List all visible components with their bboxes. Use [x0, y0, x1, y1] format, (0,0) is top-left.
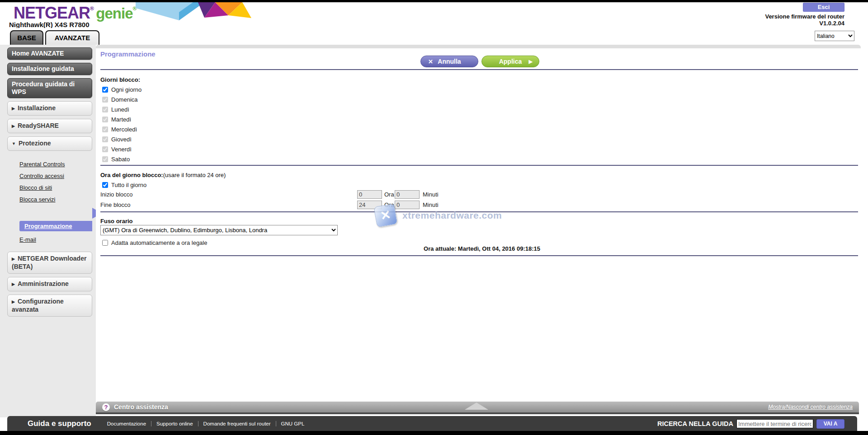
- day-label: Lunedì: [111, 106, 129, 113]
- day-option: Mercoledì: [102, 125, 137, 134]
- day-checkbox-ogni-giorno[interactable]: [102, 87, 108, 93]
- section-divider: [100, 255, 858, 256]
- sidebar-item-readyshare[interactable]: ▶ReadySHARE: [7, 119, 92, 133]
- help-search: RICERCA NELLA GUIDA VAI A: [657, 419, 844, 429]
- cancel-button-label: Annulla: [438, 58, 461, 65]
- day-checkbox-martedi[interactable]: [102, 117, 108, 122]
- day-checkbox-mercoledi[interactable]: [102, 126, 108, 132]
- minute-unit-label: Minuti: [423, 191, 439, 198]
- chevron-down-icon: ▼: [12, 141, 16, 146]
- sidebar-item-label: Configurazione avanzata: [12, 298, 64, 313]
- hour-unit-label: Ora: [384, 191, 394, 198]
- sidebar-item-configurazione-avanzata[interactable]: ▶Configurazione avanzata: [7, 295, 92, 317]
- section-divider: [100, 69, 858, 70]
- firmware-version: Versione firmware del router V1.0.2.04: [765, 13, 844, 27]
- search-label: RICERCA NELLA GUIDA: [657, 420, 733, 427]
- chevron-right-icon: ▶: [12, 282, 15, 286]
- section-divider: [100, 211, 858, 212]
- tab-base[interactable]: BASE: [10, 30, 43, 45]
- apply-arrow-icon: ▶: [529, 56, 533, 67]
- sidebar-item-procedura-wps[interactable]: Procedura guidata di WPS: [7, 78, 92, 98]
- day-checkbox-sabato[interactable]: [102, 156, 108, 162]
- sidebar-item-label: Installazione: [18, 104, 56, 112]
- start-block-row: Inizio blocco Ora Minuti: [96, 190, 868, 199]
- language-select[interactable]: Italiano: [815, 31, 854, 41]
- sidebar-item-home-avanzate[interactable]: Home AVANZATE: [7, 47, 92, 60]
- day-label: Giovedì: [111, 136, 132, 143]
- day-checkbox-giovedi[interactable]: [102, 136, 108, 142]
- registered-mark: ®: [90, 5, 94, 12]
- footer-link-domande-frequenti[interactable]: Domande frequenti sul router: [198, 421, 276, 426]
- help-search-input[interactable]: [736, 419, 813, 428]
- submenu-item-parental-controls[interactable]: Parental Controls: [19, 161, 92, 168]
- end-minute-input[interactable]: [395, 201, 420, 209]
- timezone-select[interactable]: (GMT) Ora di Greenwich, Dublino, Edimbur…: [100, 225, 338, 235]
- header: NETGEAR® genie® Nighthawk(R) X4S R7800 E…: [0, 2, 868, 28]
- time-section-heading: Ora del giorno blocco:(usare il formato …: [100, 172, 226, 178]
- tab-avanzate[interactable]: AVANZATE: [45, 30, 99, 45]
- day-option: Sabato: [102, 154, 130, 164]
- all-day-checkbox[interactable]: [102, 182, 108, 188]
- time-heading-text: Ora del giorno blocco:: [100, 172, 163, 178]
- day-option: Lunedì: [102, 105, 129, 114]
- support-title: Guida e supporto: [28, 419, 91, 428]
- submenu-item-controllo-accessi[interactable]: Controllo accessi: [19, 173, 92, 179]
- footer-link-supporto-online[interactable]: Supporto online: [151, 421, 198, 426]
- sidebar-item-netgear-downloader[interactable]: ▶NETGEAR Downloader (BETA): [7, 252, 92, 274]
- firmware-label: Versione firmware del router: [765, 13, 844, 20]
- submenu-item-blocco-di-siti[interactable]: Blocco di siti: [19, 184, 92, 191]
- protezione-submenu: Parental Controls Controllo accessi Bloc…: [7, 154, 92, 252]
- hour-unit-label: Ora: [384, 201, 394, 208]
- footer-link-gnu-gpl[interactable]: GNU GPL: [276, 421, 310, 426]
- end-block-row: Fine blocco Ora Minuti: [96, 201, 868, 210]
- logout-button[interactable]: Esci: [803, 3, 844, 12]
- footer: Guida e supporto Documentazione Supporto…: [7, 416, 857, 431]
- end-hour-input[interactable]: [357, 201, 382, 209]
- day-label: Sabato: [111, 156, 130, 163]
- cancel-x-icon: ✕: [428, 56, 433, 67]
- day-label: Martedì: [111, 116, 131, 123]
- day-label: Domenica: [111, 96, 138, 103]
- cancel-button[interactable]: ✕ Annulla: [420, 56, 478, 67]
- day-option: Ogni giorno: [102, 85, 142, 94]
- help-center-toggle-link[interactable]: Mostra/Nascondi centro assistenza: [768, 404, 853, 410]
- submenu-item-programmazione-selected[interactable]: Programmazione: [19, 221, 92, 231]
- day-checkbox-lunedi[interactable]: [102, 107, 108, 112]
- sidebar-item-amministrazione[interactable]: ▶Amministrazione: [7, 277, 92, 291]
- day-label: Mercoledì: [111, 126, 137, 133]
- section-divider: [100, 165, 858, 166]
- sidebar-item-label: Amministrazione: [18, 280, 69, 287]
- submenu-item-blocca-servizi[interactable]: Blocca servizi: [19, 196, 92, 203]
- day-checkbox-venerdi[interactable]: [102, 146, 108, 152]
- day-option: Martedì: [102, 115, 131, 124]
- bottom-black-strip: [0, 431, 868, 435]
- sidebar-item-label: ReadySHARE: [18, 122, 59, 129]
- sidebar-item-protezione[interactable]: ▼Protezione: [7, 136, 92, 151]
- submenu-item-email[interactable]: E-mail: [19, 236, 92, 243]
- day-option: Giovedì: [102, 135, 132, 144]
- tab-bar: BASE AVANZATE Italiano: [0, 28, 868, 45]
- footer-link-documentazione[interactable]: Documentazione: [102, 421, 151, 426]
- all-day-label: Tutto il giorno: [111, 182, 146, 188]
- page-title: Programmazione: [100, 50, 156, 58]
- sidebar-nav: Home AVANZATE Installazione guidata Proc…: [7, 47, 92, 320]
- start-minute-input[interactable]: [395, 190, 420, 199]
- footer-links: Documentazione Supporto online Domande f…: [102, 421, 310, 426]
- apply-button[interactable]: Applica ▶: [481, 56, 539, 67]
- dst-checkbox[interactable]: [102, 240, 108, 246]
- sidebar-item-installazione[interactable]: ▶Installazione: [7, 101, 92, 116]
- start-block-label: Inizio blocco: [100, 191, 133, 198]
- panel-top-edge: [96, 45, 861, 48]
- router-admin-page: NETGEAR® genie® Nighthawk(R) X4S R7800 E…: [0, 0, 868, 435]
- minute-unit-label: Minuti: [423, 201, 439, 208]
- submenu-item-programmazione[interactable]: Programmazione: [19, 221, 92, 231]
- collapse-up-arrow-icon[interactable]: [465, 402, 488, 410]
- day-checkbox-domenica[interactable]: [102, 97, 108, 103]
- chevron-right-icon: ▶: [12, 257, 15, 261]
- sidebar: Home AVANZATE Installazione guidata Proc…: [0, 45, 96, 417]
- main-content: Programmazione ✕ Annulla Applica ▶ Giorn…: [96, 45, 868, 417]
- search-go-button[interactable]: VAI A: [816, 419, 844, 429]
- sidebar-item-installazione-guidata[interactable]: Installazione guidata: [7, 63, 92, 75]
- day-option: Venerdì: [102, 145, 132, 154]
- start-hour-input[interactable]: [357, 190, 382, 199]
